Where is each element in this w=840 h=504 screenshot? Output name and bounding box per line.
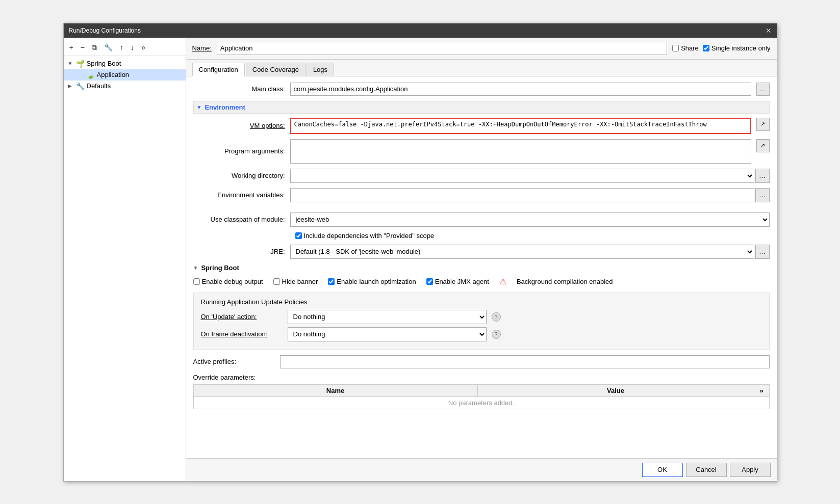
enable-launch-text: Enable launch optimization: [337, 278, 416, 285]
enable-debug-text: Enable debug output: [202, 278, 263, 285]
share-checkbox-label[interactable]: Share: [672, 44, 699, 52]
enable-jmx-label[interactable]: Enable JMX agent: [426, 278, 489, 285]
application-label: Application: [97, 71, 130, 78]
environment-section-header[interactable]: ▼ Environment: [193, 101, 770, 114]
copy-config-button[interactable]: ⧉: [89, 42, 99, 54]
cancel-button[interactable]: Cancel: [686, 463, 727, 477]
enable-debug-label[interactable]: Enable debug output: [193, 278, 263, 285]
spring-boot-header[interactable]: ▼ Spring Boot: [193, 264, 770, 272]
apply-button[interactable]: Apply: [730, 463, 771, 477]
single-instance-checkbox[interactable]: [703, 45, 709, 51]
main-class-input[interactable]: [290, 83, 751, 96]
on-frame-label: On frame deactivation:: [201, 330, 283, 338]
tab-code-coverage[interactable]: Code Coverage: [246, 63, 306, 76]
include-deps-label[interactable]: Include dependencies with "Provided" sco…: [295, 232, 770, 240]
defaults-icon: 🔧: [76, 82, 85, 90]
working-dir-label: Working directory:: [193, 172, 285, 179]
jre-browse-button[interactable]: …: [755, 245, 770, 259]
vm-options-label: VM options:: [193, 122, 285, 129]
classpath-select[interactable]: jeesite-web: [290, 213, 770, 227]
working-dir-select[interactable]: [290, 169, 754, 183]
working-dir-browse-button[interactable]: …: [755, 169, 770, 183]
hide-banner-text: Hide banner: [282, 278, 318, 285]
tab-configuration[interactable]: Configuration: [192, 63, 245, 76]
defaults-label: Defaults: [87, 82, 111, 90]
on-update-label: On 'Update' action:: [201, 313, 283, 321]
jre-row: JRE: Default (1.8 - SDK of 'jeesite-web'…: [193, 245, 770, 259]
sidebar-item-spring-boot[interactable]: ▼ 🌱 Spring Boot: [64, 58, 186, 69]
classpath-label: Use classpath of module:: [193, 216, 285, 223]
on-update-select[interactable]: Do nothing Update resources Update class…: [288, 310, 487, 324]
close-icon[interactable]: ✕: [766, 26, 772, 35]
single-instance-checkbox-label[interactable]: Single instance only: [703, 44, 771, 52]
sidebar-item-defaults[interactable]: ▶ 🔧 Defaults: [64, 81, 186, 92]
enable-debug-checkbox[interactable]: [193, 278, 200, 285]
enable-launch-label[interactable]: Enable launch optimization: [328, 278, 416, 285]
table-name-col: Name: [193, 384, 477, 396]
enable-jmx-text: Enable JMX agent: [435, 278, 489, 285]
main-class-row: Main class: …: [193, 83, 770, 96]
enable-launch-checkbox[interactable]: [328, 278, 335, 285]
table-value-col: Value: [477, 384, 754, 396]
include-deps-checkbox[interactable]: [295, 232, 302, 239]
sidebar-tree: ▼ 🌱 Spring Boot 🍃 Application ▶ 🔧 Defaul…: [64, 56, 186, 94]
env-vars-input[interactable]: [290, 188, 754, 202]
hide-banner-label[interactable]: Hide banner: [273, 278, 318, 285]
sidebar-item-application[interactable]: 🍃 Application: [64, 69, 186, 81]
application-icon: 🍃: [86, 71, 95, 79]
more-options-button[interactable]: »: [139, 42, 148, 53]
title-bar-left: Run/Debug Configurations: [69, 27, 141, 34]
main-class-expand-button[interactable]: …: [756, 83, 770, 96]
main-panel: Name: Share Single instance only Configu…: [186, 38, 777, 481]
move-up-button[interactable]: ↑: [117, 42, 126, 53]
move-down-button[interactable]: ↓: [128, 42, 137, 53]
classpath-row: Use classpath of module: jeesite-web: [193, 213, 770, 227]
classpath-select-container: jeesite-web: [290, 213, 770, 227]
override-params-label: Override parameters:: [193, 374, 770, 381]
program-args-input[interactable]: [290, 139, 751, 164]
wrench-button[interactable]: 🔧: [101, 42, 115, 53]
program-args-label: Program arguments:: [193, 147, 285, 155]
table-empty-row: No parameters added.: [193, 396, 769, 409]
include-deps-text: Include dependencies with "Provided" sco…: [304, 232, 435, 240]
jre-label: JRE:: [193, 248, 285, 255]
warning-icon: ⚠: [499, 277, 506, 286]
hide-banner-checkbox[interactable]: [273, 278, 280, 285]
tabs-bar: Configuration Code Coverage Logs: [186, 60, 777, 76]
spring-boot-section: ▼ Spring Boot Enable debug output Hide b…: [193, 264, 770, 409]
share-checkbox[interactable]: [672, 45, 679, 51]
active-profiles-label: Active profiles:: [193, 358, 275, 365]
params-table: Name Value » No parameters added.: [193, 384, 770, 409]
tab-logs[interactable]: Logs: [307, 63, 334, 76]
vm-options-input[interactable]: CanonCaches=false -Djava.net.preferIPv4S…: [290, 118, 751, 134]
update-policies-section: Running Application Update Policies On '…: [193, 293, 770, 350]
ok-button[interactable]: OK: [642, 463, 683, 477]
program-args-row: Program arguments: ↗: [193, 139, 770, 164]
dialog-title: Run/Debug Configurations: [69, 27, 141, 34]
content-area: Main class: … ▼ Environment VM options: …: [186, 76, 777, 458]
spring-boot-section-label: Spring Boot: [201, 264, 239, 272]
enable-jmx-checkbox[interactable]: [426, 278, 433, 285]
table-actions-col: »: [754, 384, 769, 396]
sidebar: + − ⧉ 🔧 ↑ ↓ » ▼ 🌱 Spring Boot 🍃: [64, 38, 186, 481]
vm-options-row: VM options: CanonCaches=false -Djava.net…: [193, 118, 770, 134]
name-input[interactable]: [217, 42, 667, 55]
on-frame-help-icon[interactable]: ?: [492, 330, 501, 339]
remove-config-button[interactable]: −: [78, 42, 87, 53]
include-deps-row: Include dependencies with "Provided" sco…: [295, 232, 770, 240]
vm-options-expand-button[interactable]: ↗: [756, 118, 770, 131]
on-update-help-icon[interactable]: ?: [492, 312, 501, 322]
active-profiles-input[interactable]: [280, 355, 770, 368]
env-vars-input-container: …: [290, 188, 770, 202]
environment-arrow-icon: ▼: [197, 104, 202, 110]
jre-select[interactable]: Default (1.8 - SDK of 'jeesite-web' modu…: [290, 245, 754, 259]
environment-section-label: Environment: [205, 103, 245, 111]
defaults-expand-icon: ▶: [68, 83, 74, 89]
env-vars-browse-button[interactable]: …: [755, 188, 770, 202]
add-config-button[interactable]: +: [67, 42, 76, 53]
jre-select-container: Default (1.8 - SDK of 'jeesite-web' modu…: [290, 245, 770, 259]
name-label: Name:: [192, 44, 212, 52]
program-args-expand-button[interactable]: ↗: [756, 139, 770, 152]
on-frame-select[interactable]: Do nothing Update resources Update class…: [288, 327, 487, 341]
spring-boot-label: Spring Boot: [87, 60, 121, 67]
